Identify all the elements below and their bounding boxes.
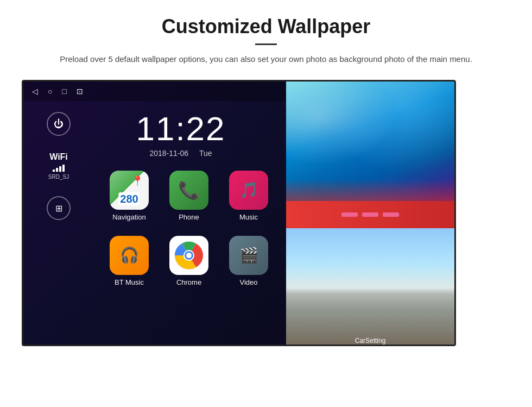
app-phone[interactable]: 📞 Phone [159,163,219,228]
all-apps-button[interactable]: ⊞ [47,196,71,220]
app-video[interactable]: 🎬 Video [219,228,278,293]
navigation-icon-bg: 280 📍 [110,171,149,210]
recents-icon[interactable]: □ [62,87,66,96]
clock-date: 2018-11-06 Tue [105,149,257,158]
nav-road-sign: 280 [118,192,140,205]
video-icon-bg: 🎬 [229,236,268,275]
wifi-bar-1 [53,170,55,172]
chrome-label: Chrome [176,278,201,286]
app-chrome[interactable]: Chrome [159,228,219,293]
navigation-label: Navigation [112,213,145,221]
btmusic-label: BT Music [115,278,144,286]
clock-day-value: Tue [199,149,212,158]
left-sidebar: ⏻ WiFi SRD_SJ ⊞ [23,101,94,345]
video-label: Video [239,278,257,286]
svg-point-4 [186,253,192,258]
content-area: ◁ ○ □ ⊡ ⬧ ▲ 11:22 ⏻ WiFi [0,74,532,346]
screenshot-icon[interactable]: ⊡ [77,87,83,96]
wallpaper-bridge[interactable]: CarSetting [286,228,454,346]
pink-strip-2 [362,212,378,217]
page-header: Customized Wallpaper Preload over 5 defa… [0,0,532,74]
music-icon-bg: 🎵 [229,171,268,210]
wifi-bar-2 [56,168,58,172]
pink-strip-3 [383,212,399,217]
video-icon: 🎬 [239,246,258,264]
clock-time: 11:22 [105,112,257,146]
music-label: Music [239,213,258,221]
android-screen: ◁ ○ □ ⊡ ⬧ ▲ 11:22 ⏻ WiFi [22,80,456,346]
grid-icon: ⊞ [55,203,62,214]
page-title: Customized Wallpaper [43,15,489,38]
wallpaper-ice[interactable] [286,82,454,201]
chrome-logo-svg [174,240,204,271]
chrome-icon-bg [169,236,208,275]
power-icon: ⏻ [54,118,64,130]
clock-date-value: 2018-11-06 [149,149,188,158]
wifi-label: WiFi [48,152,69,162]
app-music[interactable]: 🎵 Music [219,163,278,228]
bridge-background [286,228,454,346]
wifi-bar-4 [62,165,65,172]
power-button[interactable]: ⏻ [47,112,71,136]
app-bt-music[interactable]: 🎧 BT Music [99,228,159,293]
bluetooth-icon: 🎧 [120,246,139,264]
wallpaper-bar [286,201,454,228]
title-divider [255,43,277,45]
music-icon: 🎵 [239,181,258,199]
wifi-bar-3 [59,166,61,172]
home-icon[interactable]: ○ [48,87,52,96]
app-grid: 280 📍 Navigation 📞 Phone 🎵 Music [94,158,284,299]
wallpaper-panel: CarSetting [286,82,454,346]
wifi-bars [48,164,69,172]
back-icon[interactable]: ◁ [32,87,38,96]
phone-label: Phone [179,213,199,221]
wifi-network-name: SRD_SJ [48,174,69,180]
ice-overlay [286,179,454,201]
page-description: Preload over 5 default wallpaper options… [54,53,478,66]
carsetting-label: CarSetting [355,337,386,345]
app-navigation[interactable]: 280 📍 Navigation [99,163,159,228]
bridge-detail [286,264,454,346]
nav-buttons: ◁ ○ □ ⊡ [32,87,83,96]
wifi-widget: WiFi SRD_SJ [48,152,69,180]
nav-pin-icon: 📍 [131,175,143,187]
phone-icon: 📞 [178,180,200,201]
pink-strip [341,212,358,217]
btmusic-icon-bg: 🎧 [110,236,149,275]
phone-icon-bg: 📞 [169,171,208,210]
